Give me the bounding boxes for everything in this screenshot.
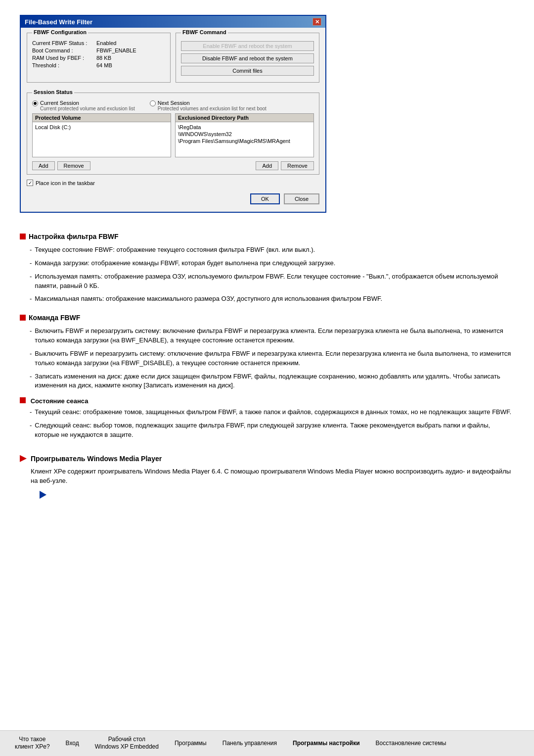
media-description: Клиент XPe содержит проигрыватель Window… (31, 467, 514, 486)
disable-fbwf-button[interactable]: Disable FBWF and reboot the system (181, 53, 314, 63)
config-row-threshold: Threshold : 64 MB (32, 62, 165, 68)
protected-volume-row[interactable]: Local Disk (C:) (35, 124, 168, 131)
section-fbwf-icon (20, 234, 26, 239)
close-button[interactable]: ✕ (312, 18, 321, 26)
taskbar-checkbox[interactable]: ✓ (27, 180, 33, 186)
bullet-text: Выключить FBWF и перезагрузить систему: … (35, 349, 514, 368)
left-table-buttons: Add Remove (32, 161, 90, 170)
exclusion-row-2[interactable]: \Program Files\Samsung\MagicRMS\MRAgent (178, 138, 311, 144)
exclusion-table: Exclusioned Directory Path \RegData \WIN… (175, 113, 314, 157)
section-fbwf-heading: Настройка фильтра FBWF (20, 233, 514, 240)
section-fbwf-title: Настройка фильтра FBWF (29, 233, 119, 240)
radio-next-desc: Protected volumes and exclusion list for… (158, 106, 267, 111)
add-protected-button[interactable]: Add (32, 161, 55, 170)
radio-current-session[interactable]: Current Session Current protected volume… (32, 100, 135, 111)
media-heading-row: Проигрыватель Windows Media Player (20, 455, 514, 463)
enable-fbwf-button[interactable]: Enable FBWF and reboot the system (181, 41, 314, 51)
radio-next-session[interactable]: Next Session Protected volumes and exclu… (150, 100, 267, 111)
media-play-icon (20, 455, 27, 462)
bullet-text: Записать изменения на диск: даже если ди… (35, 372, 514, 391)
protected-volume-header: Protected Volume (33, 114, 171, 122)
add-exclusion-button[interactable]: Add (256, 161, 278, 170)
media-title: Проигрыватель Windows Media Player (31, 455, 162, 463)
commit-files-button[interactable]: Commit files (181, 66, 314, 76)
nav-item-desktop[interactable]: Рабочий стол Windows XP Embedded (87, 734, 167, 753)
section-session-list: - Текущий сеанс: отображение томов, защи… (30, 408, 514, 440)
dialog-close-button[interactable]: Close (284, 193, 319, 204)
value-threshold: 64 MB (96, 62, 112, 68)
list-item: - Записать изменения на диск: даже если … (30, 372, 514, 391)
taskbar-checkbox-label: Place icon in the taskbar (36, 180, 95, 186)
bullet-text: Команда загрузки: отображение команды FB… (35, 259, 514, 268)
nav-arrow (40, 491, 514, 500)
protected-volume-body: Local Disk (C:) (33, 122, 171, 157)
value-boot: FBWF_ENABLE (96, 47, 136, 53)
nav-item-control-panel[interactable]: Панель управления (215, 738, 285, 750)
list-item: - Команда загрузки: отображение команды … (30, 259, 514, 268)
bullet-text: Включить FBWF и перезагрузить систему: в… (35, 327, 514, 345)
taskbar-checkbox-row: ✓ Place icon in the taskbar (27, 180, 319, 186)
list-item: - Текущее состояние FBWF: отображение те… (30, 245, 514, 255)
exclusion-body: \RegData \WINDOWS\system32 \Program File… (176, 122, 313, 157)
protected-volume-table: Protected Volume Local Disk (C:) (32, 113, 171, 157)
radio-next-label: Next Session (158, 100, 267, 106)
table-area: Protected Volume Local Disk (C:) Exclusi… (32, 113, 314, 157)
nav-item-settings[interactable]: Программы настройки (285, 738, 368, 750)
main-content: Настройка фильтра FBWF - Текущее состоян… (0, 233, 534, 550)
nav-item-what-is[interactable]: Что такое клиент XPe? (15, 734, 58, 753)
bullet-text: Максимальная память: отображение максима… (35, 294, 514, 304)
list-item: - Максимальная память: отображение макси… (30, 294, 514, 304)
section-fbwf-list: - Текущее состояние FBWF: отображение те… (30, 245, 514, 304)
session-group-title: Session Status (32, 89, 74, 95)
top-groups: FBWF Configuration Current FBWF Status :… (27, 33, 319, 88)
command-group: FBWF Command Enable FBWF and reboot the … (176, 33, 319, 83)
value-ram: 88 KB (96, 55, 111, 61)
section-command-list: - Включить FBWF и перезагрузить систему:… (30, 327, 514, 390)
exclusion-row-1[interactable]: \WINDOWS\system32 (178, 131, 311, 138)
dialog-footer: OK Close (27, 191, 319, 207)
label-ram: RAM Used by FBEF : (32, 55, 96, 61)
bullet-text: Следующий сеанс: выбор томов, подлежащих… (35, 421, 514, 440)
dialog-title: File-Based Write Filter (25, 18, 92, 26)
label-status: Current FBWF Status : (32, 40, 96, 46)
config-group-title: FBWF Configuration (32, 29, 88, 35)
config-row-ram: RAM Used by FBEF : 88 KB (32, 55, 165, 61)
exclusion-row-0[interactable]: \RegData (178, 124, 311, 131)
ok-button[interactable]: OK (250, 193, 280, 204)
bullet-text: Текущее состояние FBWF: отображение теку… (35, 245, 514, 255)
nav-item-programs[interactable]: Программы (167, 738, 215, 750)
bullet-text: Используемая память: отображение размера… (35, 272, 514, 291)
dialog-titlebar: File-Based Write Filter ✕ (21, 16, 325, 28)
section-command-heading: Команда FBWF (20, 314, 514, 322)
next-arrow-icon (40, 491, 46, 499)
section-command-icon (20, 315, 26, 321)
radio-next-dot (150, 100, 156, 106)
config-row-status: Current FBWF Status : Enabled (32, 40, 165, 46)
radio-current-desc: Current protected volume and exclusion l… (40, 106, 135, 111)
nav-item-restore[interactable]: Восстановление системы (368, 738, 454, 750)
session-group: Session Status Current Session Current p… (27, 93, 319, 175)
list-item: - Следующий сеанс: выбор томов, подлежащ… (30, 421, 514, 440)
right-table-buttons: Add Remove (256, 161, 314, 170)
dialog-body: FBWF Configuration Current FBWF Status :… (21, 28, 325, 212)
nav-item-login[interactable]: Вход (58, 738, 87, 750)
section-command-title: Команда FBWF (29, 314, 80, 322)
session-radio-row: Current Session Current protected volume… (32, 100, 314, 111)
bottom-nav: Что такое клиент XPe? Вход Рабочий стол … (0, 730, 534, 756)
label-threshold: Threshold : (32, 62, 96, 68)
list-item: - Используемая память: отображение разме… (30, 272, 514, 291)
list-item: - Выключить FBWF и перезагрузить систему… (30, 349, 514, 368)
radio-current-label: Current Session (40, 100, 135, 106)
section-session-icon (20, 397, 26, 403)
dialog-wrapper: File-Based Write Filter ✕ FBWF Configura… (0, 0, 534, 223)
command-group-title: FBWF Command (181, 29, 228, 35)
radio-current-dot (32, 100, 38, 106)
remove-protected-button[interactable]: Remove (57, 161, 90, 170)
label-boot: Boot Command : (32, 47, 96, 53)
section-session-title: Состояние сеанса (31, 397, 89, 405)
section-session-heading: Состояние сеанса (20, 397, 514, 405)
remove-exclusion-button[interactable]: Remove (281, 161, 314, 170)
dialog-window: File-Based Write Filter ✕ FBWF Configura… (20, 15, 326, 213)
config-row-boot: Boot Command : FBWF_ENABLE (32, 47, 165, 53)
config-group: FBWF Configuration Current FBWF Status :… (27, 33, 171, 83)
